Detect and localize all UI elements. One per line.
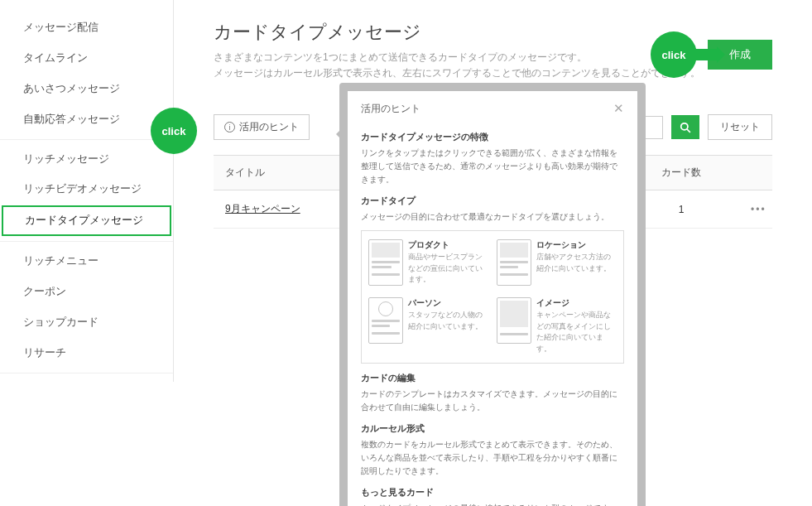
card-desc: 店舗やアクセス方法の紹介に向いています。: [536, 252, 617, 274]
modal-section-body: 複数のカードをカルーセル形式でまとめて表示できます。そのため、いろんな商品を並べ…: [361, 438, 624, 478]
search-button[interactable]: [671, 115, 699, 139]
row-title-link[interactable]: 9月キャンペーン: [225, 203, 300, 214]
sidebar-item-rich-video[interactable]: リッチビデオメッセージ: [0, 174, 173, 205]
product-thumb-icon: [368, 239, 403, 286]
sidebar-item-card-type[interactable]: カードタイプメッセージ: [2, 205, 171, 236]
click-label: click: [162, 125, 186, 137]
sidebar-item-message-broadcast[interactable]: メッセージ配信: [0, 12, 173, 43]
card-type-product[interactable]: プロダクト商品やサービスプランなどの宣伝に向いています。: [367, 236, 490, 289]
modal-section-body: リンクをタップまたはクリックできる範囲が広く、さまざまな情報を整理して送信できる…: [361, 147, 624, 186]
card-desc: 商品やサービスプランなどの宣伝に向いています。: [408, 252, 488, 286]
modal-section-head: カードタイプ: [361, 195, 624, 207]
sidebar-item-research[interactable]: リサーチ: [0, 338, 173, 369]
sidebar-item-timeline[interactable]: タイムライン: [0, 43, 173, 74]
modal-section-head: カードタイプメッセージの特徴: [361, 131, 624, 143]
sidebar-item-coupon[interactable]: クーポン: [0, 277, 173, 307]
card-desc: キャンペーンや商品などの写真をメインにした紹介に向いています。: [536, 310, 617, 354]
card-type-person[interactable]: パーソンスタッフなどの人物の紹介に向いています。: [367, 294, 490, 358]
hint-modal: 活用のヒント ✕ カードタイプメッセージの特徴 リンクをタップまたはクリックでき…: [339, 83, 646, 506]
modal-section-head: カルーセル形式: [361, 422, 624, 435]
card-name: イメージ: [536, 297, 617, 309]
card-type-image[interactable]: イメージキャンペーンや商品などの写真をメインにした紹介に向いています。: [495, 294, 618, 358]
hint-button[interactable]: i 活用のヒント: [214, 114, 310, 140]
sidebar: メッセージ配信 タイムライン あいさつメッセージ 自動応答メッセージ リッチメッ…: [0, 0, 174, 382]
sidebar-item-greeting[interactable]: あいさつメッセージ: [0, 74, 173, 104]
sidebar-item-rich-message[interactable]: リッチメッセージ: [0, 144, 173, 175]
click-annotation-create: click: [651, 31, 697, 78]
modal-section-head: もっと見るカード: [361, 486, 624, 499]
card-type-location[interactable]: ロケーション店舗やアクセス方法の紹介に向いています。: [495, 236, 618, 289]
page-desc-line2: メッセージはカルーセル形式で表示され、左右にスワイプすることで他のコンテンツを見…: [214, 67, 700, 79]
sidebar-item-rich-menu[interactable]: リッチメニュー: [0, 246, 173, 277]
search-icon: [680, 122, 691, 133]
card-name: プロダクト: [408, 239, 488, 251]
card-desc: スタッフなどの人物の紹介に向いています。: [408, 310, 488, 332]
modal-section-body: メッセージの目的に合わせて最適なカードタイプを選びましょう。: [361, 210, 624, 224]
click-annotation-sidebar: click: [151, 108, 197, 154]
modal-close-button[interactable]: ✕: [613, 101, 624, 116]
modal-section-head: カードの編集: [361, 372, 624, 384]
row-menu-button[interactable]: •••: [739, 192, 772, 227]
svg-point-0: [681, 123, 688, 130]
reset-button[interactable]: リセット: [708, 114, 772, 140]
location-thumb-icon: [497, 239, 531, 286]
modal-section-body: カードタイプメッセージの最後に追加できるリンク型のカードです。メッセージの内容に…: [361, 502, 624, 506]
sidebar-item-shop-card[interactable]: ショップカード: [0, 307, 173, 338]
person-thumb-icon: [368, 297, 403, 344]
modal-title: 活用のヒント: [361, 102, 420, 116]
info-icon: i: [224, 122, 235, 133]
sidebar-item-auto-reply[interactable]: 自動応答メッセージ: [0, 104, 173, 135]
svg-line-1: [687, 129, 690, 133]
click-label: click: [662, 49, 686, 61]
page-desc-line1: さまざまなコンテンツを1つにまとめて送信できるカードタイプのメッセージです。: [214, 51, 587, 63]
card-name: ロケーション: [536, 239, 617, 251]
card-name: パーソン: [408, 297, 488, 309]
modal-section-body: カードのテンプレートはカスタマイズできます。メッセージの目的に合わせて自由に編集…: [361, 388, 624, 414]
card-type-grid: プロダクト商品やサービスプランなどの宣伝に向いています。 ロケーション店舗やアク…: [361, 230, 624, 364]
image-thumb-icon: [497, 297, 531, 344]
hint-button-label: 活用のヒント: [239, 120, 299, 134]
